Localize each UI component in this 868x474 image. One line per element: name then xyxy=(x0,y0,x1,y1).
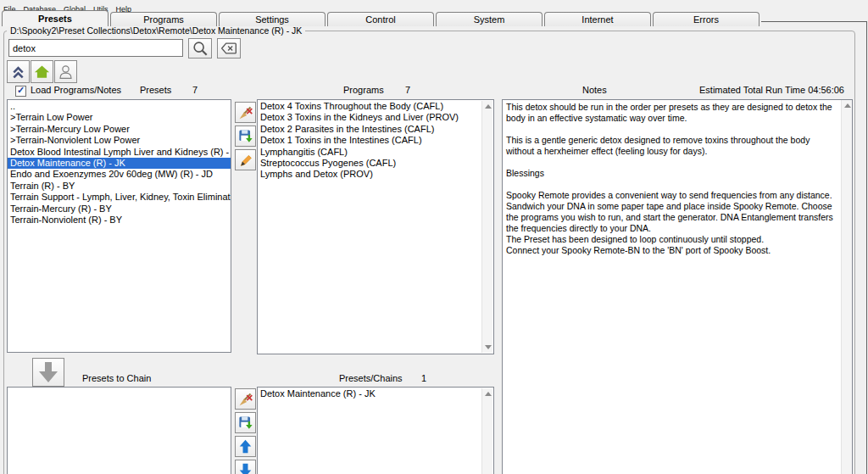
preset-list-item[interactable]: .. xyxy=(8,101,231,112)
move-up-button[interactable] xyxy=(235,436,256,457)
scroll-up-arrow[interactable] xyxy=(482,388,493,399)
person-icon xyxy=(58,64,74,80)
programs-scrollbar[interactable] xyxy=(481,101,492,353)
load-programs-notes-checkbox[interactable] xyxy=(15,86,26,97)
preset-list-item[interactable]: Terrain-Nonviolent (R) - BY xyxy=(8,215,231,226)
program-list-item[interactable]: Lymphangitis (CAFL) xyxy=(258,147,493,158)
program-list-item[interactable]: Lymphs and Detox (PROV) xyxy=(258,169,493,180)
floppy-save-icon xyxy=(237,415,253,431)
presets-chains-count: 1 xyxy=(421,373,426,383)
search-button[interactable] xyxy=(188,38,212,59)
save-chain-button[interactable] xyxy=(235,412,256,433)
home-icon xyxy=(34,64,50,80)
programs-header-label: Programs xyxy=(343,85,384,95)
presets-list[interactable]: ..>Terrain Low Power>Terrain-Mercury Low… xyxy=(7,99,231,353)
preset-list-item[interactable]: Endo and Exoenzymes 20v 60deg (MW) (R) -… xyxy=(8,169,231,180)
program-list-item[interactable]: Streptococcus Pyogenes (CAFL) xyxy=(258,158,493,169)
preset-list-item[interactable]: Detox Maintenance (R) - JK xyxy=(8,158,231,169)
estimated-run-time: Estimated Total Run Time 04:56:06 xyxy=(661,85,844,95)
preset-list-item[interactable]: >Terrain Low Power xyxy=(8,112,231,123)
tab[interactable]: Control xyxy=(327,12,434,26)
broom-icon xyxy=(237,104,253,120)
presets-chains-label: Presets/Chains xyxy=(339,373,403,383)
save-preset-button[interactable] xyxy=(235,125,256,147)
tab[interactable]: Presets xyxy=(2,10,108,26)
double-chevron-up-icon xyxy=(10,64,26,80)
preset-list-item[interactable]: >Terrain-Mercury Low Power xyxy=(8,124,231,135)
spooky2-window: { "menu": { "items": ["File", "Database"… xyxy=(0,0,868,474)
add-to-chain-button[interactable] xyxy=(32,358,64,387)
tab[interactable]: System xyxy=(436,12,542,26)
tab-page-right-border xyxy=(866,21,867,474)
floppy-save-icon xyxy=(237,128,253,144)
preset-list-item[interactable]: Terrain Support - Lymph, Liver, Kidney, … xyxy=(8,192,231,203)
edit-preset-button[interactable] xyxy=(235,149,256,170)
programs-count: 7 xyxy=(405,85,410,95)
load-programs-notes-label: Load Programs/Notes xyxy=(31,85,121,95)
home-button[interactable] xyxy=(31,60,53,83)
scroll-up-arrow[interactable] xyxy=(482,101,493,112)
clear-search-button[interactable] xyxy=(217,38,241,59)
search-input[interactable] xyxy=(8,39,183,57)
program-list-item[interactable]: Detox 2 Parasites in the Intestines (CAF… xyxy=(258,124,493,135)
presets-to-chain-list[interactable] xyxy=(7,387,231,474)
preset-list-item[interactable]: Terrain (R) - BY xyxy=(8,181,231,192)
preset-list-item[interactable]: Detox Blood Intestinal Lymph Liver and K… xyxy=(8,147,231,158)
program-list-item[interactable]: Detox 3 Toxins in the Kidneys and Liver … xyxy=(258,112,493,123)
backspace-icon xyxy=(220,42,237,55)
blue-arrow-up-icon xyxy=(238,438,253,454)
presets-to-chain-label: Presets to Chain xyxy=(82,373,151,383)
chains-list-item[interactable]: Detox Maintenance (R) - JK xyxy=(258,388,493,399)
magnifier-icon xyxy=(192,40,209,57)
tab[interactable]: Internet xyxy=(544,12,651,26)
move-down-button[interactable] xyxy=(235,460,256,474)
notes-header-label: Notes xyxy=(582,85,607,95)
scroll-down-arrow[interactable] xyxy=(482,342,493,353)
presets-count: 7 xyxy=(192,85,198,95)
wipe-preset-button[interactable] xyxy=(235,102,256,123)
pencil-icon xyxy=(237,152,253,168)
program-list-item[interactable]: Detox 1 Toxins in the Intestines (CAFL) xyxy=(258,135,493,146)
preset-list-item[interactable]: >Terrain-Nonviolent Low Power xyxy=(8,135,231,146)
scroll-up-arrow[interactable] xyxy=(842,100,853,111)
wipe-chain-button[interactable] xyxy=(235,388,256,410)
programs-list[interactable]: Detox 4 Toxins Throughout the Body (CAFL… xyxy=(257,99,494,354)
presets-header-label: Presets xyxy=(140,85,171,95)
program-list-item[interactable]: Detox 4 Toxins Throughout the Body (CAFL… xyxy=(258,101,493,112)
big-gray-down-arrow-icon xyxy=(36,360,61,384)
preset-list-item[interactable]: Terrain-Mercury (R) - BY xyxy=(8,204,231,215)
notes-scrollbar[interactable] xyxy=(841,100,852,474)
profile-button[interactable] xyxy=(54,60,77,83)
tab-page-top-border xyxy=(761,21,867,22)
broom-icon xyxy=(237,391,253,407)
tab[interactable]: Errors xyxy=(653,12,760,26)
chains-scrollbar[interactable] xyxy=(481,388,492,474)
tab-strip: PresetsProgramsSettingsControlSystemInte… xyxy=(2,10,761,26)
tab[interactable]: Programs xyxy=(110,12,217,26)
notes-text[interactable]: This detox should be run in the order pe… xyxy=(502,99,853,474)
blue-arrow-down-icon xyxy=(238,462,253,474)
tab[interactable]: Settings xyxy=(219,12,326,26)
collapse-tree-button[interactable] xyxy=(7,60,30,83)
presets-chains-list[interactable]: Detox Maintenance (R) - JK xyxy=(257,387,494,474)
